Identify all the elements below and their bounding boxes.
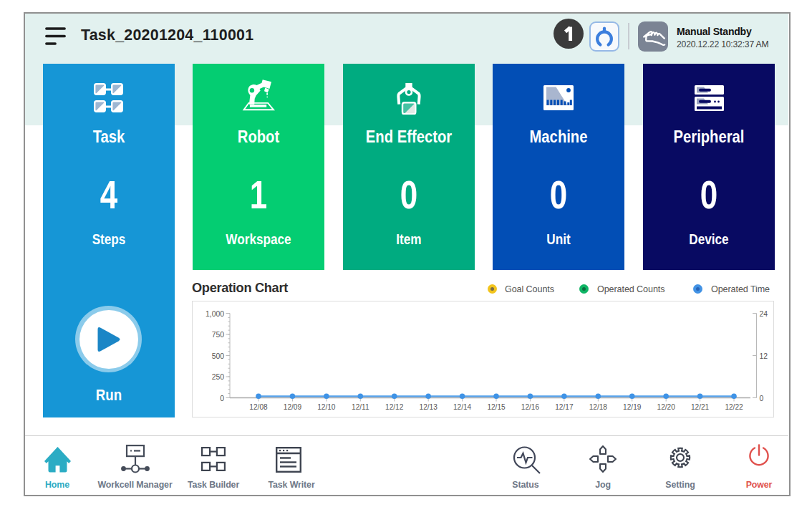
svg-text:12/12: 12/12 xyxy=(385,403,404,411)
svg-text:12/21: 12/21 xyxy=(691,403,710,411)
svg-text:750: 750 xyxy=(212,331,225,339)
svg-text:0: 0 xyxy=(220,395,224,402)
svg-text:12/14: 12/14 xyxy=(453,403,472,411)
svg-text:24: 24 xyxy=(760,310,768,318)
svg-text:12/09: 12/09 xyxy=(284,403,302,411)
svg-text:12/20: 12/20 xyxy=(657,403,676,411)
svg-text:1,000: 1,000 xyxy=(206,310,224,318)
svg-text:12/17: 12/17 xyxy=(555,403,574,411)
svg-text:0: 0 xyxy=(760,395,764,402)
svg-text:12/11: 12/11 xyxy=(352,403,369,411)
svg-text:12/22: 12/22 xyxy=(725,403,743,411)
svg-text:12/08: 12/08 xyxy=(249,403,268,411)
svg-text:12/18: 12/18 xyxy=(589,403,608,411)
svg-text:12/15: 12/15 xyxy=(487,403,506,411)
svg-text:12/13: 12/13 xyxy=(420,403,438,411)
svg-text:12/16: 12/16 xyxy=(521,403,540,411)
svg-text:12/10: 12/10 xyxy=(317,403,336,411)
svg-text:12: 12 xyxy=(760,352,768,360)
svg-text:500: 500 xyxy=(212,352,225,360)
svg-text:12/19: 12/19 xyxy=(623,403,642,411)
svg-text:250: 250 xyxy=(212,373,225,381)
